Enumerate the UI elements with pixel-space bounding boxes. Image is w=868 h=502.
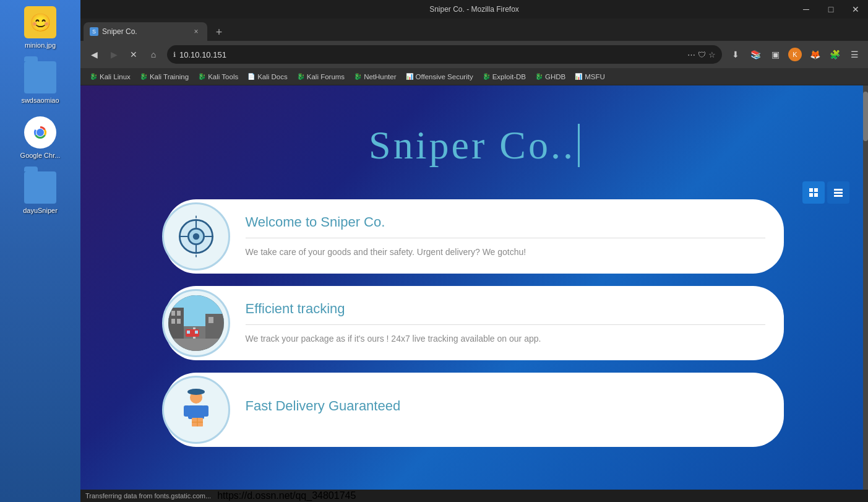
bookmark-kali-docs[interactable]: 📄 Kali Docs <box>243 71 291 82</box>
bookmark-kali-linux[interactable]: 🐉 Kali Linux <box>85 71 134 82</box>
address-icons: ⋯ 🛡 ☆ <box>687 50 716 59</box>
bookmark-exploit-db[interactable]: 🐉 Exploit-DB <box>478 71 530 82</box>
desktop-icon-minion[interactable]: 😊 minion.jpg <box>12 6 68 49</box>
bookmark-kali-forums[interactable]: 🐉 Kali Forums <box>293 71 348 82</box>
desktop: 😊 minion.jpg swdsaomiao Google Chr... da… <box>0 0 80 502</box>
shield-icon[interactable]: 🛡 <box>698 50 706 59</box>
svg-rect-25 <box>177 319 181 324</box>
synced-tabs-button[interactable]: ▣ <box>767 46 784 63</box>
svg-rect-7 <box>814 193 818 197</box>
firefox-icon[interactable]: 🦊 <box>806 46 823 63</box>
svg-rect-33 <box>195 331 198 334</box>
folder-image <box>24 61 56 93</box>
welcome-card-title: Welcome to Sniper Co. <box>246 214 765 230</box>
bookmark-star-icon[interactable]: ☆ <box>708 50 716 59</box>
desktop-icon-label-4: dayuSniper <box>23 207 58 214</box>
titlebar: Sniper Co. - Mozilla Firefox ─ □ ✕ <box>80 0 868 19</box>
tab-close-button[interactable]: × <box>191 27 201 37</box>
desktop-icon-swdsaomiao[interactable]: swdsaomiao <box>12 61 68 104</box>
site-header: Sniper Co. . <box>80 85 868 193</box>
svg-rect-10 <box>834 195 843 197</box>
desktop-icon-dayusniper[interactable]: dayuSniper <box>12 171 68 214</box>
kali-docs-favicon: 📄 <box>247 72 256 81</box>
folder-image-2 <box>24 171 56 204</box>
svg-rect-4 <box>809 188 813 192</box>
svg-rect-36 <box>188 405 204 419</box>
svg-rect-22 <box>171 311 175 316</box>
website: Sniper Co. . <box>80 85 868 490</box>
street-image <box>168 295 224 351</box>
offensive-security-favicon: 📊 <box>405 72 414 81</box>
library-button[interactable]: 📚 <box>747 46 764 63</box>
home-button[interactable]: ⌂ <box>145 46 162 63</box>
list-view-button[interactable] <box>827 181 849 204</box>
msfu-favicon: 📊 <box>574 72 583 81</box>
toolbar: ◀ ▶ ✕ ⌂ ℹ 10.10.10.151 ⋯ 🛡 ☆ ⬇ 📚 ▣ K 🦊 🧩… <box>80 41 868 68</box>
svg-rect-23 <box>177 311 181 316</box>
chrome-image <box>24 116 56 149</box>
status-url: https://d.ossn.net/qq_34801745 <box>217 490 356 502</box>
close-button[interactable]: ✕ <box>843 0 868 19</box>
profile-avatar: K <box>788 48 802 61</box>
bookmark-offensive-security-label: Offensive Security <box>416 73 473 80</box>
tab-favicon: S <box>90 27 98 36</box>
back-button[interactable]: ◀ <box>85 46 103 63</box>
downloads-button[interactable]: ⬇ <box>727 46 744 63</box>
bookmark-kali-tools-label: Kali Tools <box>208 73 238 80</box>
exploit-db-favicon: 🐉 <box>482 72 491 81</box>
profile-button[interactable]: K <box>786 46 804 63</box>
welcome-card: Welcome to Sniper Co. We take care of yo… <box>165 199 784 274</box>
statusbar: Transferring data from fonts.gstatic.com… <box>80 490 868 502</box>
scrollbar[interactable] <box>863 85 868 490</box>
grid-view-button[interactable] <box>802 181 825 204</box>
scrollbar-thumb[interactable] <box>863 92 868 141</box>
more-options-icon[interactable]: ⋯ <box>687 50 695 59</box>
bookmark-ghdb[interactable]: 🐉 GHDB <box>531 71 569 82</box>
desktop-icon-label-2: swdsaomiao <box>21 97 59 104</box>
bookmark-nethunter[interactable]: 🐉 NetHunter <box>350 71 400 82</box>
welcome-card-text: We take care of your goods and their saf… <box>246 246 765 259</box>
svg-rect-43 <box>192 390 200 394</box>
bookmark-exploit-db-label: Exploit-DB <box>492 73 526 80</box>
svg-rect-37 <box>184 405 190 417</box>
title-cursor <box>578 124 580 167</box>
maximize-button[interactable]: □ <box>819 0 843 19</box>
bookmark-kali-docs-label: Kali Docs <box>257 73 288 80</box>
ghdb-favicon: 🐉 <box>535 72 543 81</box>
welcome-card-body: Welcome to Sniper Co. We take care of yo… <box>233 202 784 271</box>
bookmark-kali-training-label: Kali Training <box>150 73 189 80</box>
window-controls: ─ □ ✕ <box>794 0 868 19</box>
forward-button[interactable]: ▶ <box>105 46 122 63</box>
delivery-card: Fast Delivery Guaranteed <box>165 373 784 447</box>
new-tab-button[interactable]: + <box>210 24 228 41</box>
bookmark-kali-tools[interactable]: 🐉 Kali Tools <box>194 71 242 82</box>
menu-button[interactable]: ☰ <box>846 46 863 63</box>
url-text: 10.10.10.151 <box>179 50 684 59</box>
site-title: Sniper Co. . <box>369 123 580 168</box>
bookmark-offensive-security[interactable]: 📊 Offensive Security <box>402 71 477 82</box>
delivery-card-icon-wrap <box>159 373 233 447</box>
tab-sniper[interactable]: S Sniper Co. × <box>84 22 207 41</box>
bookmark-kali-training[interactable]: 🐉 Kali Training <box>135 71 192 82</box>
svg-rect-8 <box>834 189 843 191</box>
view-toggle <box>802 181 849 204</box>
tracking-card-text: We track your package as if it's ours ! … <box>246 332 765 345</box>
tracking-card-icon-wrap <box>159 286 233 360</box>
reload-button[interactable]: ✕ <box>125 46 142 63</box>
bookmark-ghdb-label: GHDB <box>545 73 565 80</box>
tracking-card-title: Efficient tracking <box>246 301 765 317</box>
status-text: Transferring data from fonts.gstatic.com… <box>85 492 211 500</box>
minimize-button[interactable]: ─ <box>794 0 819 19</box>
tabbar: S Sniper Co. × + <box>80 19 868 41</box>
browser-window: Sniper Co. - Mozilla Firefox ─ □ ✕ S Sni… <box>80 0 868 502</box>
toolbar-right-buttons: ⬇ 📚 ▣ K 🦊 🧩 ☰ <box>727 46 863 63</box>
extensions-button[interactable]: 🧩 <box>826 46 843 63</box>
cards-container: Welcome to Sniper Co. We take care of yo… <box>165 199 784 465</box>
bookmark-kali-forums-label: Kali Forums <box>307 73 345 80</box>
tracking-card-body: Efficient tracking We track your package… <box>233 288 784 358</box>
tracking-card-icon <box>162 289 230 357</box>
desktop-icon-chrome[interactable]: Google Chr... <box>12 116 68 159</box>
address-bar[interactable]: ℹ 10.10.10.151 ⋯ 🛡 ☆ <box>167 45 722 64</box>
bookmark-msfu[interactable]: 📊 MSFU <box>570 71 609 82</box>
kali-tools-favicon: 🐉 <box>197 72 206 81</box>
